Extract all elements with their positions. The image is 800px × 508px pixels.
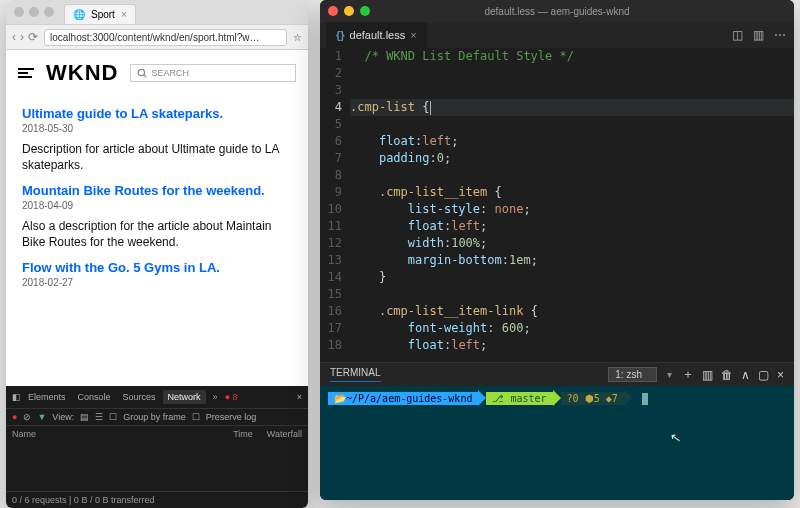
terminal-select[interactable]: 1: zsh bbox=[608, 367, 657, 382]
prompt-path: 📂~/P/a/aem-guides-wknd bbox=[328, 392, 478, 405]
more-icon[interactable]: ⋯ bbox=[774, 28, 786, 42]
error-badge[interactable]: ● 8 bbox=[225, 392, 238, 402]
prompt-branch: ⎇ master bbox=[486, 392, 552, 405]
git-branch-icon: ⎇ bbox=[492, 393, 510, 404]
devtools-tab-network[interactable]: Network bbox=[163, 390, 206, 404]
mouse-cursor-icon: ↖ bbox=[669, 429, 682, 446]
terminal-tab[interactable]: TERMINAL bbox=[330, 367, 381, 382]
view-large-icon[interactable]: ▤ bbox=[80, 412, 89, 422]
browser-window: 🌐 Sport × ‹ › ⟳ localhost:3000/content/w… bbox=[6, 0, 308, 508]
brand-logo: WKND bbox=[46, 60, 118, 86]
record-icon[interactable]: ● bbox=[12, 412, 17, 422]
url-bar: ‹ › ⟳ localhost:3000/content/wknd/en/spo… bbox=[6, 24, 308, 50]
star-icon[interactable]: ☆ bbox=[293, 32, 302, 43]
search-placeholder: SEARCH bbox=[151, 68, 189, 78]
traffic-lights bbox=[6, 7, 54, 17]
new-terminal-icon[interactable]: ＋ bbox=[682, 366, 694, 383]
globe-icon: 🌐 bbox=[73, 9, 85, 20]
editor-titlebar: default.less — aem-guides-wknd bbox=[320, 0, 794, 22]
less-file-icon: {} bbox=[336, 29, 345, 41]
article-date: 2018-05-30 bbox=[22, 123, 292, 134]
article-desc: Description for article about Ultimate g… bbox=[22, 142, 292, 173]
article-desc: Also a description for the article about… bbox=[22, 219, 292, 250]
folder-icon: 📂 bbox=[334, 393, 346, 404]
terminal-tabbar: TERMINAL 1: zsh ▾ ＋ ▥ 🗑 ∧ ▢ × bbox=[320, 362, 794, 386]
search-icon bbox=[137, 68, 147, 78]
article-date: 2018-04-09 bbox=[22, 200, 292, 211]
trash-icon[interactable]: 🗑 bbox=[721, 368, 733, 382]
article-title[interactable]: Ultimate guide to LA skateparks. bbox=[22, 106, 292, 121]
chevron-down-icon[interactable]: ▾ bbox=[667, 369, 672, 380]
view-label: View: bbox=[52, 412, 74, 422]
devtools-panel: ◧ Elements Console Sources Network » ● 8… bbox=[6, 386, 308, 508]
chevron-up-icon[interactable]: ∧ bbox=[741, 368, 750, 382]
close-icon[interactable]: × bbox=[121, 9, 127, 20]
article-title[interactable]: Flow with the Go. 5 Gyms in LA. bbox=[22, 260, 292, 275]
editor-tabstrip: {} default.less × ◫ ▥ ⋯ bbox=[320, 22, 794, 48]
devtools-close-icon[interactable]: × bbox=[297, 392, 302, 402]
page-content: WKND SEARCH Ultimate guide to LA skatepa… bbox=[6, 50, 308, 386]
zoom-dot[interactable] bbox=[44, 7, 54, 17]
col-name[interactable]: Name bbox=[12, 429, 36, 439]
minimize-dot[interactable] bbox=[29, 7, 39, 17]
prompt-stats: ?0 ⬢5 ◆7 bbox=[561, 392, 624, 405]
close-panel-icon[interactable]: × bbox=[777, 368, 784, 382]
article-title[interactable]: Mountain Bike Routes for the weekend. bbox=[22, 183, 292, 198]
minimize-dot[interactable] bbox=[344, 6, 354, 16]
vscode-window: default.less — aem-guides-wknd {} defaul… bbox=[320, 0, 794, 500]
inspect-icon[interactable]: ◧ bbox=[12, 392, 21, 402]
browser-tab[interactable]: 🌐 Sport × bbox=[64, 4, 136, 24]
svg-line-1 bbox=[144, 75, 147, 78]
zoom-dot[interactable] bbox=[360, 6, 370, 16]
terminal-cursor bbox=[642, 393, 648, 405]
group-checkbox[interactable]: ☐ bbox=[109, 412, 117, 422]
editor-tab[interactable]: {} default.less × bbox=[326, 22, 427, 48]
group-label: Group by frame bbox=[123, 412, 186, 422]
close-dot[interactable] bbox=[14, 7, 24, 17]
reload-icon[interactable]: ⟳ bbox=[28, 30, 38, 44]
article-date: 2018-02-27 bbox=[22, 277, 292, 288]
terminal-body[interactable]: 📂~/P/a/aem-guides-wknd ⎇ master ?0 ⬢5 ◆7 bbox=[320, 386, 794, 500]
code-editor[interactable]: 123456789101112131415161718 /* WKND List… bbox=[320, 48, 794, 362]
forward-icon[interactable]: › bbox=[20, 30, 24, 44]
close-icon[interactable]: × bbox=[410, 29, 416, 41]
menu-icon[interactable] bbox=[18, 68, 34, 78]
maximize-icon[interactable]: ▢ bbox=[758, 368, 769, 382]
editor-tab-label: default.less bbox=[350, 29, 406, 41]
window-title: default.less — aem-guides-wknd bbox=[484, 6, 629, 17]
col-waterfall[interactable]: Waterfall bbox=[267, 429, 302, 439]
preserve-checkbox[interactable]: ☐ bbox=[192, 412, 200, 422]
devtools-tab-more[interactable]: » bbox=[208, 390, 223, 404]
tab-title: Sport bbox=[91, 9, 115, 20]
split-icon[interactable]: ▥ bbox=[753, 28, 764, 42]
devtools-tab-sources[interactable]: Sources bbox=[118, 390, 161, 404]
browser-titlebar: 🌐 Sport × bbox=[6, 0, 308, 24]
col-time[interactable]: Time bbox=[233, 429, 253, 439]
url-input[interactable]: localhost:3000/content/wknd/en/sport.htm… bbox=[44, 29, 287, 46]
network-status: 0 / 6 requests | 0 B / 0 B transferred bbox=[6, 491, 308, 508]
view-small-icon[interactable]: ☰ bbox=[95, 412, 103, 422]
devtools-tab-elements[interactable]: Elements bbox=[23, 390, 71, 404]
svg-point-0 bbox=[139, 69, 145, 75]
compare-icon[interactable]: ◫ bbox=[732, 28, 743, 42]
clear-icon[interactable]: ⊘ bbox=[23, 412, 31, 422]
close-dot[interactable] bbox=[328, 6, 338, 16]
filter-icon[interactable]: ▼ bbox=[37, 412, 46, 422]
split-terminal-icon[interactable]: ▥ bbox=[702, 368, 713, 382]
back-icon[interactable]: ‹ bbox=[12, 30, 16, 44]
preserve-label: Preserve log bbox=[206, 412, 257, 422]
search-input[interactable]: SEARCH bbox=[130, 64, 296, 82]
devtools-tab-console[interactable]: Console bbox=[73, 390, 116, 404]
